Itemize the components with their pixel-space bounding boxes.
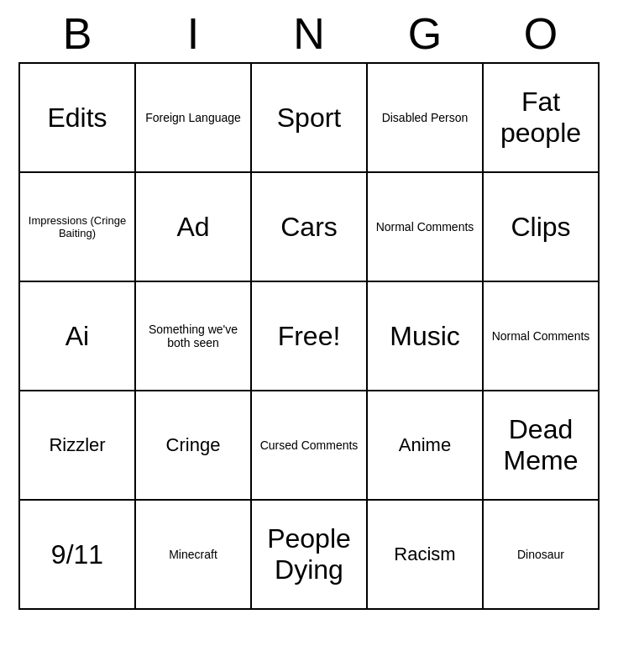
bingo-cell[interactable]: Cursed Comments <box>252 391 368 501</box>
cell-text: Dinosaur <box>517 548 564 561</box>
cell-text: Racism <box>394 543 455 565</box>
bingo-letter: I <box>135 8 251 59</box>
cell-text: Cars <box>280 212 338 243</box>
cell-text: Something we've both seen <box>141 323 245 349</box>
cell-text: Disabled Person <box>382 111 469 124</box>
bingo-cell[interactable]: Music <box>368 282 484 391</box>
bingo-letter: G <box>367 8 483 59</box>
bingo-cell[interactable]: Fat people <box>484 64 600 173</box>
cell-text: Ad <box>176 212 209 243</box>
bingo-cell[interactable]: Racism <box>368 501 484 610</box>
cell-text: Free! <box>278 321 341 352</box>
cell-text: Normal Comments <box>376 220 474 234</box>
cell-text: Fat people <box>489 87 593 149</box>
bingo-cell[interactable]: Dead Meme <box>484 391 600 501</box>
cell-text: Anime <box>399 434 451 456</box>
bingo-cell[interactable]: Cars <box>252 173 368 282</box>
cell-text: Foreign Language <box>145 111 241 124</box>
bingo-cell[interactable]: Anime <box>368 391 484 501</box>
bingo-cell[interactable]: 9/11 <box>20 501 136 610</box>
cell-text: Music <box>390 321 460 352</box>
cell-text: Sport <box>277 102 341 134</box>
bingo-cell[interactable]: Minecraft <box>136 501 252 610</box>
cell-text: Minecraft <box>169 548 217 561</box>
cell-text: Cringe <box>166 434 221 456</box>
cell-text: 9/11 <box>51 539 103 570</box>
bingo-letter: N <box>251 8 367 59</box>
bingo-cell[interactable]: Foreign Language <box>136 64 252 173</box>
cell-text: Ai <box>65 321 89 352</box>
cell-text: Edits <box>47 102 107 134</box>
cell-text: Dead Meme <box>489 414 593 476</box>
bingo-cell[interactable]: Rizzler <box>20 391 136 501</box>
bingo-cell[interactable]: Something we've both seen <box>136 282 252 391</box>
bingo-cell[interactable]: Disabled Person <box>368 64 484 173</box>
bingo-cell[interactable]: Normal Comments <box>368 173 484 282</box>
bingo-grid: EditsForeign LanguageSportDisabled Perso… <box>18 62 600 610</box>
bingo-cell[interactable]: Free! <box>252 282 368 391</box>
bingo-cell[interactable]: Normal Comments <box>484 282 600 391</box>
cell-text: Rizzler <box>49 434 105 456</box>
cell-text: Impressions (Cringe Baiting) <box>25 214 129 239</box>
cell-text: Cursed Comments <box>260 438 359 452</box>
bingo-cell[interactable]: People Dying <box>252 501 368 610</box>
bingo-cell[interactable]: Cringe <box>136 391 252 501</box>
bingo-cell[interactable]: Dinosaur <box>484 501 600 610</box>
bingo-letter: O <box>483 8 599 59</box>
cell-text: Normal Comments <box>492 329 590 343</box>
bingo-cell[interactable]: Clips <box>484 173 600 282</box>
bingo-cell[interactable]: Ai <box>20 282 136 391</box>
bingo-cell[interactable]: Edits <box>20 64 136 173</box>
bingo-letter: B <box>19 8 135 59</box>
bingo-cell[interactable]: Sport <box>252 64 368 173</box>
bingo-cell[interactable]: Impressions (Cringe Baiting) <box>20 173 136 282</box>
cell-text: People Dying <box>257 523 361 585</box>
bingo-header: BINGO <box>19 8 599 59</box>
cell-text: Clips <box>511 212 570 243</box>
bingo-cell[interactable]: Ad <box>136 173 252 282</box>
